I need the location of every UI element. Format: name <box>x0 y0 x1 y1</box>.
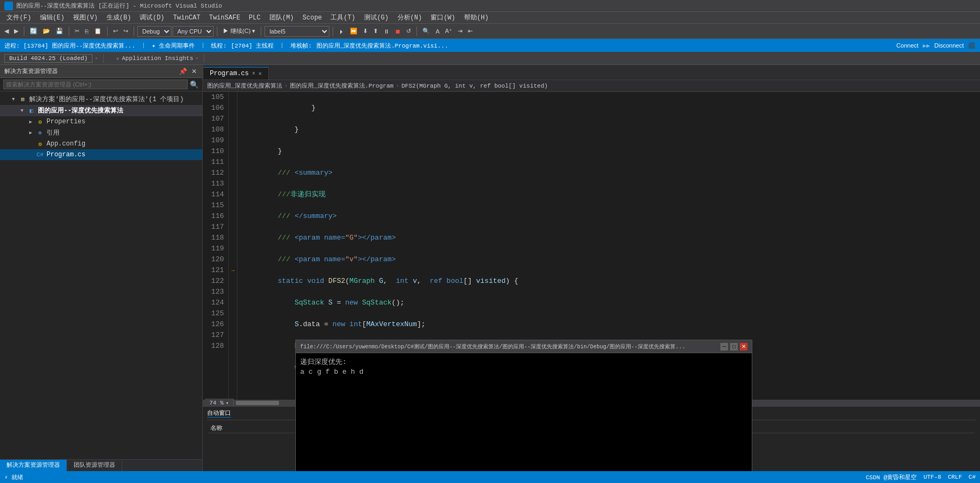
forward-btn[interactable]: ▶ <box>12 27 21 36</box>
platform-dropdown[interactable]: Any CPU <box>173 26 214 37</box>
sep2: › <box>396 83 400 89</box>
breadcrumb-method[interactable]: DFS2(MGraph G, int v, ref bool[] visited… <box>401 83 548 89</box>
connect-btn[interactable]: Connect <box>894 42 921 49</box>
output-content: 递归深度优先: a c g f b e h d <box>296 353 752 480</box>
close-output-btn[interactable]: ✕ <box>740 343 747 350</box>
close-panel-btn[interactable]: ✕ <box>190 68 198 75</box>
open-btn[interactable]: 📂 <box>41 27 52 36</box>
menu-twincat[interactable]: TwinCAT <box>169 13 204 23</box>
menu-analyze[interactable]: 分析(N) <box>393 12 427 23</box>
menu-window[interactable]: 窗口(W) <box>426 12 460 23</box>
redo-btn[interactable]: ↪ <box>121 27 130 36</box>
app-icon <box>4 2 13 10</box>
menu-help[interactable]: 帮助(H) <box>460 12 493 23</box>
output-title-bar: file:///C:/Users/yuwenmo/Desktop/C#测试/图的… <box>296 340 752 353</box>
program-cs-label: Program.cs <box>47 151 85 158</box>
properties-item[interactable]: ▶ ⚙ Properties <box>0 116 202 127</box>
menu-twinsafe[interactable]: TwinSAFE <box>204 13 244 23</box>
font-large-btn[interactable]: A⁺ <box>443 27 454 36</box>
references-icon: ⊕ <box>36 129 44 137</box>
search-button[interactable]: 🔍 <box>190 81 199 89</box>
status-branch: CSDN @黄昏和星空 <box>866 473 917 481</box>
zoom-text: 74 % <box>209 400 223 406</box>
code-line-113: static void DFS2(MGraph G, int v, ref bo… <box>244 276 974 287</box>
process-info: 进程: [13784] 图的应用--深度优先搜索算... <box>4 42 135 50</box>
separator6 <box>261 27 261 36</box>
properties-icon: ⚙ <box>36 117 44 126</box>
breadcrumb-class[interactable]: 图的应用_深度优先搜索算法.Program <box>290 82 393 90</box>
solution-label: 解决方案'图的应用--深度优先搜索算法'(1 个项目) <box>29 95 184 104</box>
title-text: 图的应用--深度优先搜索算法 [正在运行] - Microsoft Visual… <box>16 2 222 10</box>
separator8 <box>416 27 417 36</box>
indent-btn[interactable]: ⇥ <box>455 27 465 36</box>
project-item[interactable]: ▼ ◧ 图的应用--深度优先搜索算法 <box>0 105 202 116</box>
sep1: › <box>284 83 288 89</box>
back-btn[interactable]: ◀ <box>2 27 11 36</box>
menu-test[interactable]: 测试(G) <box>360 12 393 23</box>
arrow2: ▶ <box>29 119 36 125</box>
cut-btn[interactable]: ✂ <box>72 27 82 36</box>
paste-btn[interactable]: 📋 <box>92 27 104 36</box>
pause-btn[interactable]: ⏸ <box>381 27 392 36</box>
menu-edit[interactable]: 编辑(E) <box>36 12 69 23</box>
team-explorer-tab[interactable]: 团队资源管理器 <box>67 460 122 471</box>
search-input[interactable] <box>3 80 188 89</box>
menu-tools[interactable]: 工具(T) <box>326 12 360 23</box>
maximize-btn[interactable]: □ <box>730 343 738 350</box>
unindent-btn[interactable]: ⇤ <box>466 27 475 36</box>
menu-debug[interactable]: 调试(D) <box>135 12 169 23</box>
solution-explorer-tab[interactable]: 解决方案资源管理器 <box>0 460 67 471</box>
references-item[interactable]: ▶ ⊕ 引用 <box>0 127 202 138</box>
menu-plc[interactable]: PLC <box>244 13 265 23</box>
lifecycle-label: ✦ 生命周期事件 <box>152 42 195 50</box>
save-btn[interactable]: 💾 <box>54 27 65 36</box>
separator2 <box>69 27 69 36</box>
build-status-btn[interactable]: Build 4024.25 (Loaded) <box>4 54 92 63</box>
solution-icon: ⊞ <box>18 95 27 104</box>
undo-btn[interactable]: ↩ <box>111 27 120 36</box>
solution-root-item[interactable]: ▼ ⊞ 解决方案'图的应用--深度优先搜索算法'(1 个项目) <box>0 94 202 105</box>
pin-btn[interactable]: 📌 <box>178 68 188 75</box>
output-btns: ─ □ ✕ <box>720 343 747 350</box>
disconnect-btn[interactable]: Disconnect <box>932 42 966 49</box>
auto-tab[interactable]: 自动窗口 <box>207 409 231 418</box>
find-btn[interactable]: 🔍 <box>420 27 432 36</box>
menu-team[interactable]: 团队(M) <box>265 12 299 23</box>
zoom-dropdown-icon: ▾ <box>226 400 228 406</box>
play-btn[interactable]: ⏵ <box>336 27 347 36</box>
copy-btn[interactable]: ⎘ <box>83 27 91 36</box>
code-line-115: S.data = new int[MAxVertexNum]; <box>244 319 974 330</box>
separator1 <box>24 27 24 36</box>
build-bar: Build 4024.25 (Loaded) ▾ ⬦ Application I… <box>0 52 980 65</box>
breadcrumb-project[interactable]: 图的应用_深度优先搜索算法 <box>207 82 282 90</box>
arrow3: ▶ <box>29 130 36 136</box>
debug-config-dropdown[interactable]: Debug <box>137 26 171 37</box>
restart-btn[interactable]: ↺ <box>404 27 413 36</box>
app-config-item[interactable]: ▶ ⚙ App.config <box>0 138 202 149</box>
new-btn[interactable]: 🔄 <box>28 27 39 36</box>
scrollbar-thumb[interactable] <box>236 401 279 405</box>
menu-file[interactable]: 文件(F) <box>2 12 36 23</box>
tree-view: ▼ ⊞ 解决方案'图的应用--深度优先搜索算法'(1 个项目) ▼ ◧ 图的应用… <box>0 91 202 459</box>
menu-build[interactable]: 生成(B) <box>102 12 136 23</box>
continue-btn[interactable]: ▶ 继续(C) ▾ <box>221 26 257 36</box>
program-cs-tab[interactable]: Program.cs × ✕ <box>203 67 269 80</box>
minimize-btn[interactable]: ─ <box>720 343 728 350</box>
code-line-106: } <box>244 124 974 135</box>
program-cs-item[interactable]: ▶ C# Program.cs <box>0 149 202 160</box>
menu-scope[interactable]: Scope <box>298 13 326 23</box>
step-out-btn[interactable]: ⬆ <box>371 27 380 36</box>
step-over-btn[interactable]: ⏩ <box>348 27 360 36</box>
stop-btn[interactable]: ⏹ <box>393 27 403 36</box>
code-line-109: /// 非递归实现 <box>244 189 974 200</box>
status-line-ending: CRLF <box>948 474 962 480</box>
font-btn[interactable]: A <box>433 27 441 36</box>
code-line-108: /// <summary> <box>244 168 974 178</box>
step-into-btn[interactable]: ⬇ <box>361 27 370 36</box>
menu-view[interactable]: 视图(V) <box>69 12 102 23</box>
panel-tabs: 解决方案资源管理器 团队资源管理器 <box>0 459 202 471</box>
label-dropdown[interactable]: label5 <box>264 26 329 37</box>
app-insights-label[interactable]: Application Insights <box>122 55 193 62</box>
separator4 <box>134 27 134 36</box>
tab-close-btn[interactable]: ✕ <box>259 70 262 77</box>
